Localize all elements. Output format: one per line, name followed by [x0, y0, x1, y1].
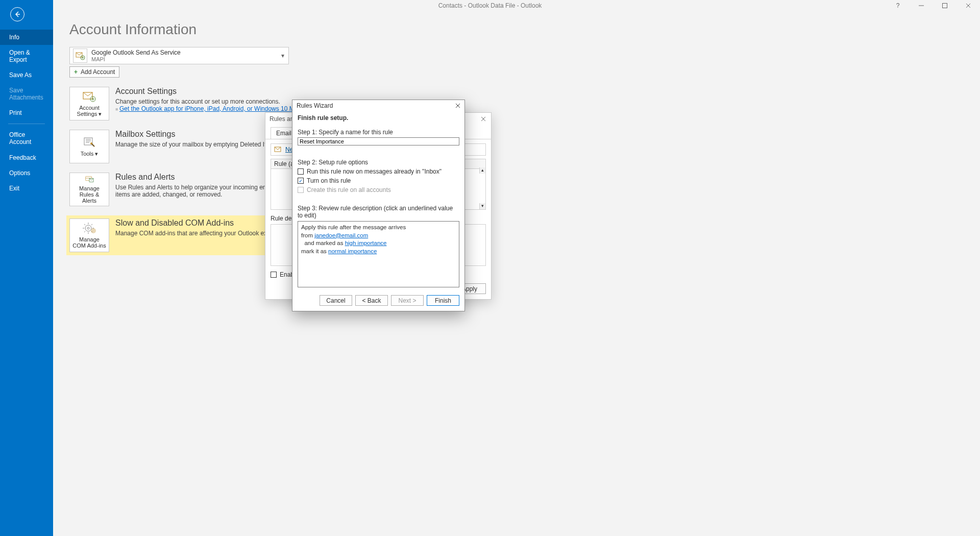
- backstage-sidebar: Info Open & Export Save As Save Attachme…: [0, 0, 53, 536]
- tools-button[interactable]: Tools ▾: [69, 130, 109, 163]
- section-account-settings: Account Settings ▾ Account Settings Chan…: [69, 87, 964, 120]
- section-mailbox-settings: Tools ▾ Mailbox Settings Manage the size…: [69, 130, 964, 163]
- plus-icon: +: [74, 68, 78, 76]
- backstage-main: Account Information Google Outlook Send …: [53, 11, 980, 536]
- sidebar-label: Office Account: [9, 131, 31, 145]
- account-settings-icon: [82, 90, 96, 103]
- button-label: Account Settings ▾: [72, 105, 107, 117]
- all-accounts-checkbox: [298, 187, 304, 193]
- sidebar-item-exit[interactable]: Exit: [0, 181, 53, 196]
- account-selector[interactable]: Google Outlook Send As Service MAPI ▾: [69, 47, 289, 64]
- enable-rss-checkbox[interactable]: [271, 272, 277, 278]
- sidebar-item-open-export[interactable]: Open & Export: [0, 45, 53, 67]
- add-account-label: Add Account: [81, 68, 115, 76]
- svg-rect-0: [919, 6, 924, 6]
- manage-com-addins-button[interactable]: Manage COM Add-ins: [69, 218, 109, 252]
- from-address-link[interactable]: janedoe@email.com: [314, 232, 368, 238]
- sidebar-item-print[interactable]: Print: [0, 105, 53, 120]
- section-title: Account Settings: [115, 87, 309, 96]
- run-now-checkbox[interactable]: [298, 168, 304, 175]
- review-line4-pre: mark it as: [301, 248, 328, 254]
- section-rules-alerts: Manage Rules & Alerts Rules and Alerts U…: [69, 173, 964, 206]
- chevron-down-icon: ▾: [281, 52, 284, 59]
- svg-point-7: [90, 142, 92, 144]
- sidebar-label: Print: [9, 109, 22, 116]
- scroll-up-button[interactable]: ▴: [479, 167, 485, 174]
- turn-on-label: Turn on this rule: [307, 177, 351, 184]
- page-title: Account Information: [69, 21, 964, 38]
- svg-point-12: [91, 228, 96, 233]
- svg-rect-1: [943, 4, 947, 8]
- sidebar-item-info[interactable]: Info: [0, 30, 53, 45]
- close-icon[interactable]: [479, 114, 488, 124]
- sidebar-item-options[interactable]: Options: [0, 165, 53, 181]
- sidebar-label: Open & Export: [9, 49, 30, 63]
- help-button[interactable]: ?: [886, 0, 910, 11]
- svg-point-10: [85, 225, 91, 231]
- sidebar-label: Feedback: [9, 154, 36, 161]
- finish-button[interactable]: Finish: [427, 295, 459, 306]
- sidebar-label: Info: [9, 34, 19, 41]
- cancel-button[interactable]: Cancel: [320, 295, 352, 306]
- sidebar-item-save-as[interactable]: Save As: [0, 67, 53, 83]
- add-account-button[interactable]: + Add Account: [69, 66, 119, 78]
- sidebar-item-feedback[interactable]: Feedback: [0, 150, 53, 165]
- window-title: Contacts - Outlook Data File - Outlook: [438, 2, 542, 9]
- button-label: Manage Rules & Alerts: [72, 185, 107, 204]
- dialog-title: Rules Wizard: [297, 102, 333, 109]
- sidebar-label: Save Attachments: [9, 87, 43, 101]
- section-desc: Change settings for this account or set …: [115, 98, 309, 105]
- button-label: Manage COM Add-ins: [72, 236, 107, 249]
- minimize-button[interactable]: [910, 0, 933, 11]
- review-line3-pre: and marked as: [301, 240, 345, 246]
- sidebar-item-save-attachments: Save Attachments: [0, 83, 53, 105]
- review-line2-pre: from: [301, 232, 314, 238]
- review-line1: Apply this rule after the message arrive…: [301, 224, 456, 232]
- get-outlook-app-link[interactable]: Get the Outlook app for iPhone, iPad, An…: [119, 105, 309, 112]
- account-icon: [73, 48, 87, 63]
- gear-icon: [82, 222, 96, 234]
- all-accounts-label: Create this rule on all accounts: [307, 186, 391, 193]
- step2-label: Step 2: Setup rule options: [298, 159, 459, 166]
- maximize-button[interactable]: [933, 0, 957, 11]
- sidebar-item-office-account[interactable]: Office Account: [0, 127, 53, 150]
- dialog-titlebar[interactable]: Rules Wizard: [292, 100, 464, 111]
- close-icon[interactable]: [453, 101, 462, 110]
- step1-label: Step 1: Specify a name for this rule: [298, 129, 459, 136]
- sidebar-label: Options: [9, 169, 30, 177]
- scroll-down-button[interactable]: ▾: [479, 203, 485, 209]
- sidebar-label: Save As: [9, 71, 32, 79]
- account-name: Google Outlook Send As Service: [91, 49, 181, 56]
- next-button: Next >: [391, 295, 424, 306]
- tools-icon: [82, 136, 96, 149]
- step3-label: Step 3: Review rule description (click a…: [298, 205, 459, 219]
- rule-review-box: Apply this rule after the message arrive…: [298, 221, 459, 287]
- importance-high-link[interactable]: high importance: [345, 240, 387, 246]
- rules-icon: [82, 175, 96, 183]
- new-rule-icon: [274, 145, 282, 154]
- turn-on-checkbox[interactable]: ✓: [298, 178, 304, 184]
- manage-rules-button[interactable]: Manage Rules & Alerts: [69, 173, 109, 206]
- button-label: Tools ▾: [81, 151, 99, 157]
- app-titlebar: Contacts - Outlook Data File - Outlook ?: [0, 0, 980, 11]
- wizard-subtitle: Finish rule setup.: [298, 114, 459, 121]
- account-proto: MAPI: [91, 56, 181, 62]
- back-button[interactable]: [10, 7, 24, 21]
- close-button[interactable]: [957, 0, 980, 11]
- importance-normal-link[interactable]: normal importance: [328, 248, 377, 254]
- back-button[interactable]: < Back: [355, 295, 388, 306]
- rules-wizard-dialog: Rules Wizard Finish rule setup. Step 1: …: [292, 100, 465, 311]
- sidebar-separator: [8, 124, 45, 124]
- account-settings-button[interactable]: Account Settings ▾: [69, 87, 109, 120]
- svg-point-11: [87, 227, 89, 229]
- run-now-label: Run this rule now on messages already in…: [307, 168, 442, 175]
- rule-name-input[interactable]: [298, 137, 459, 145]
- sidebar-label: Exit: [9, 185, 19, 192]
